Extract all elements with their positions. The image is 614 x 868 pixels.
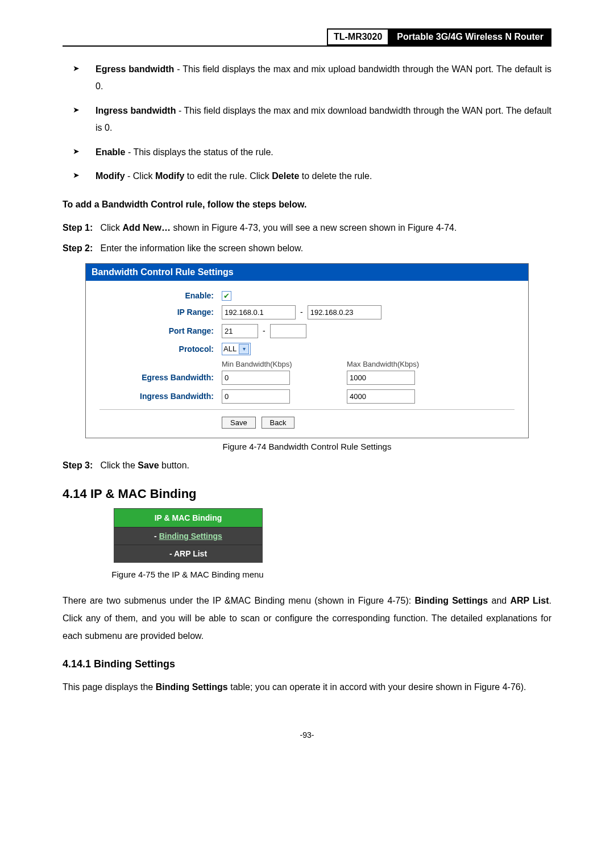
dash: - [263, 326, 265, 335]
port-from-input[interactable] [222, 324, 258, 338]
row-ingress: Ingress Bandwidth: [97, 389, 517, 404]
bullet-enable: Enable - This displays the status of the… [80, 144, 551, 161]
ingress-max-input[interactable] [347, 389, 415, 404]
model-desc: Portable 3G/4G Wireless N Router [389, 28, 551, 45]
enable-label: Enable: [97, 291, 222, 300]
page-number: -93- [63, 730, 551, 740]
bullet-modify: Modify - Click Modify to edit the rule. … [80, 168, 551, 185]
menu-link-binding: Binding Settings [159, 531, 222, 541]
panel-title: Bandwidth Control Rule Settings [86, 264, 528, 281]
step-1: Step 1: Click Add New… shown in Figure 4… [63, 219, 551, 236]
row-ip-range: IP Range: - [97, 305, 517, 319]
menu-item-binding[interactable]: - Binding Settings [114, 527, 262, 545]
bullet-enable-label: Enable [96, 147, 125, 157]
port-range-label: Port Range: [97, 326, 222, 335]
bullet-egress: Egress bandwidth - This field displays t… [80, 61, 551, 95]
dash: - [300, 308, 303, 317]
protocol-select[interactable]: ALL ▾ [222, 343, 251, 355]
intro-text: To add a Bandwidth Control rule, follow … [63, 196, 551, 213]
back-button[interactable]: Back [262, 417, 295, 429]
step-label: Step 2: [63, 240, 98, 257]
figure-caption-75: Figure 4-75 the IP & MAC Binding menu [74, 570, 301, 579]
protocol-label: Protocol: [97, 344, 222, 354]
nav-menu-figure: IP & MAC Binding - Binding Settings - AR… [114, 508, 263, 563]
enable-checkbox[interactable]: ✔ [222, 291, 231, 301]
ip-range-label: IP Range: [97, 308, 222, 317]
bandwidth-columns: Min Bandwidth(Kbps) Max Bandwidth(Kbps) [97, 360, 517, 368]
settings-panel: Bandwidth Control Rule Settings Enable: … [85, 263, 529, 438]
ingress-min-input[interactable] [222, 389, 290, 404]
divider [99, 409, 515, 410]
subsection-heading: 4.14.1 Binding Settings [63, 658, 551, 670]
button-bar: Save Back [97, 417, 517, 429]
col-min-label: Min Bandwidth(Kbps) [222, 360, 347, 368]
feature-list: Egress bandwidth - This field displays t… [63, 61, 551, 185]
bullet-ingress-label: Ingress bandwidth [96, 106, 176, 115]
menu-header: IP & MAC Binding [114, 509, 262, 527]
bullet-egress-label: Egress bandwidth [96, 64, 174, 74]
ip-to-input[interactable] [308, 305, 381, 319]
section-para-1: There are two submenus under the IP &MAC… [63, 592, 551, 645]
bullet-modify-label: Modify [96, 171, 125, 181]
row-enable: Enable: ✔ [97, 291, 517, 301]
bullet-ingress: Ingress bandwidth - This field displays … [80, 102, 551, 137]
egress-min-input[interactable] [222, 371, 290, 385]
row-port-range: Port Range: - [97, 324, 517, 338]
row-protocol: Protocol: ALL ▾ [97, 343, 517, 355]
step-label: Step 1: [63, 219, 98, 236]
ingress-label: Ingress Bandwidth: [97, 392, 222, 401]
section-heading: 4.14 IP & MAC Binding [63, 487, 551, 501]
egress-label: Egress Bandwidth: [97, 373, 222, 382]
bullet-enable-text: - This displays the status of the rule. [125, 147, 273, 157]
step-2: Step 2: Enter the information like the s… [63, 240, 551, 257]
step-label: Step 3: [63, 457, 98, 474]
egress-max-input[interactable] [347, 371, 415, 385]
section-para-2: This page displays the Binding Settings … [63, 678, 551, 696]
row-egress: Egress Bandwidth: [97, 371, 517, 385]
port-to-input[interactable] [270, 324, 306, 338]
page-header: TL-MR3020 Portable 3G/4G Wireless N Rout… [63, 28, 551, 47]
col-max-label: Max Bandwidth(Kbps) [347, 360, 419, 368]
model-label: TL-MR3020 [327, 28, 389, 45]
step-3: Step 3: Click the Save button. [63, 457, 551, 474]
chevron-down-icon: ▾ [239, 344, 249, 354]
menu-item-arp[interactable]: - ARP List [114, 545, 262, 562]
protocol-value: ALL [223, 344, 237, 353]
ip-from-input[interactable] [222, 305, 296, 319]
save-button[interactable]: Save [222, 417, 256, 429]
figure-caption-74: Figure 4-74 Bandwidth Control Rule Setti… [63, 442, 551, 451]
